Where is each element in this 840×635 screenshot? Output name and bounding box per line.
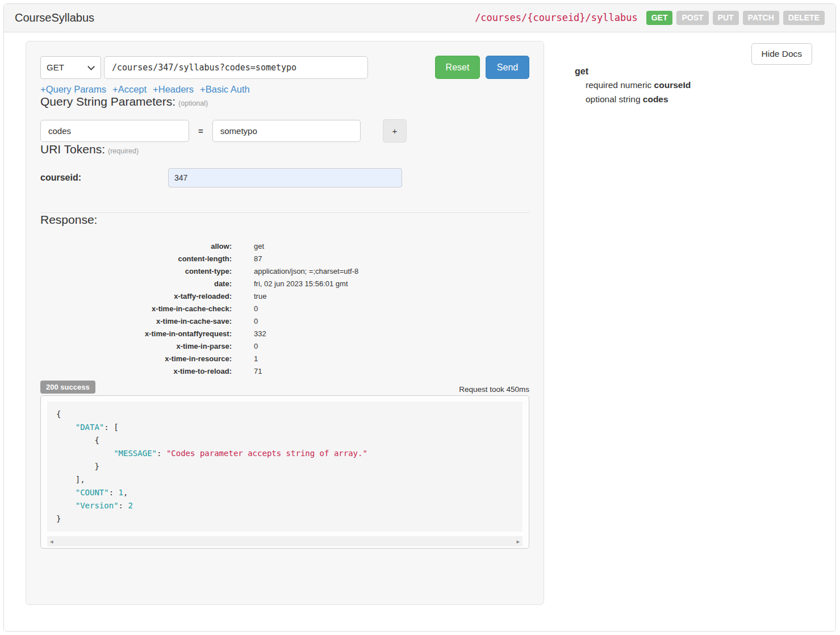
courseid-label: courseid: bbox=[40, 173, 168, 183]
response-header-value: 0 bbox=[254, 340, 258, 353]
json-line: { bbox=[56, 408, 513, 421]
docs-method: get bbox=[575, 65, 691, 78]
method-badge-post[interactable]: POST bbox=[676, 11, 708, 25]
response-header-value: application/json; =;charset=utf-8 bbox=[254, 265, 358, 278]
request-links: +Query Params+Accept+Headers+Basic Auth bbox=[40, 83, 529, 95]
send-button[interactable]: Send bbox=[486, 56, 529, 79]
route-label: /courses/{courseid}/syllabus bbox=[475, 12, 638, 23]
response-header-name: x-time-in-cache-check: bbox=[40, 303, 232, 315]
response-scrollbar[interactable]: ◂ ▸ bbox=[47, 536, 523, 546]
add-param-button[interactable]: + bbox=[383, 119, 407, 143]
status-badge: 200 success bbox=[40, 381, 95, 394]
query-value-input[interactable] bbox=[212, 120, 361, 142]
response-header-row: content-length:87 bbox=[40, 253, 529, 265]
response-header-value: 87 bbox=[254, 253, 262, 265]
method-select-wrap: GET bbox=[40, 56, 101, 79]
docs-param: optional string codes bbox=[586, 92, 691, 106]
response-box: { "DATA": [ { "MESSAGE": "Codes paramete… bbox=[40, 395, 529, 549]
response-header-value: 0 bbox=[254, 303, 258, 315]
link-query-params[interactable]: +Query Params bbox=[40, 83, 106, 95]
hide-docs-button[interactable]: Hide Docs bbox=[751, 43, 813, 65]
response-header-value: 332 bbox=[254, 328, 266, 340]
response-header-row: content-type:application/json; =;charset… bbox=[40, 265, 529, 278]
link-basic-auth[interactable]: +Basic Auth bbox=[200, 83, 250, 95]
response-header-row: x-time-in-resource:1 bbox=[40, 353, 529, 365]
scroll-left-icon[interactable]: ◂ bbox=[50, 538, 53, 545]
page-title: CourseSyllabus bbox=[15, 11, 94, 24]
content-area: GET Reset Send +Query Params+Accept+Head… bbox=[4, 32, 835, 631]
method-badges: GETPOSTPUTPATCHDELETE bbox=[646, 11, 825, 25]
query-params-heading: Query String Parameters:(optional) bbox=[40, 95, 529, 110]
docs-panel: get required numeric courseId optional s… bbox=[575, 65, 691, 106]
url-input[interactable] bbox=[104, 56, 368, 79]
response-header-name: allow: bbox=[40, 240, 232, 253]
response-header-value: 0 bbox=[254, 315, 258, 328]
json-line: "DATA": [ bbox=[56, 421, 513, 434]
courseid-input[interactable] bbox=[168, 168, 402, 187]
response-header-row: x-time-to-reload:71 bbox=[40, 365, 529, 378]
method-badge-put[interactable]: PUT bbox=[713, 11, 739, 25]
response-headers: allow:getcontent-length:87content-type:a… bbox=[40, 240, 529, 378]
scroll-right-icon[interactable]: ▸ bbox=[516, 538, 520, 545]
response-header-row: x-time-in-cache-check:0 bbox=[40, 303, 529, 315]
response-header-row: date:fri, 02 jun 2023 15:56:01 gmt bbox=[40, 278, 529, 290]
response-header-row: x-time-in-parse:0 bbox=[40, 340, 529, 353]
response-header-name: x-time-in-cache-save: bbox=[40, 315, 232, 328]
response-header-name: x-time-to-reload: bbox=[40, 365, 232, 378]
method-select[interactable]: GET bbox=[40, 56, 101, 79]
top-bar: CourseSyllabus /courses/{courseid}/sylla… bbox=[4, 4, 835, 32]
request-panel: GET Reset Send +Query Params+Accept+Head… bbox=[26, 41, 544, 605]
response-header-row: allow:get bbox=[40, 240, 529, 253]
json-line: { bbox=[56, 434, 513, 447]
response-header-value: get bbox=[254, 240, 264, 253]
response-header-name: content-type: bbox=[40, 265, 232, 278]
request-row: GET Reset Send bbox=[40, 56, 529, 79]
docs-param: required numeric courseId bbox=[586, 78, 691, 92]
top-bar-right: /courses/{courseid}/syllabus GETPOSTPUTP… bbox=[475, 11, 825, 25]
json-line: } bbox=[56, 460, 513, 473]
response-header-name: content-length: bbox=[40, 253, 232, 265]
response-header-name: x-time-in-resource: bbox=[40, 353, 232, 365]
uri-tokens-note: (required) bbox=[108, 147, 139, 155]
link-headers[interactable]: +Headers bbox=[153, 83, 194, 95]
json-line: ], bbox=[56, 473, 513, 486]
response-header-name: date: bbox=[40, 278, 232, 290]
response-heading: Response: bbox=[40, 213, 529, 227]
response-header-value: true bbox=[254, 290, 266, 303]
json-line: "Version": 2 bbox=[56, 499, 513, 512]
response-header-name: x-time-in-parse: bbox=[40, 340, 232, 353]
method-badge-patch[interactable]: PATCH bbox=[743, 11, 779, 25]
response-header-value: 1 bbox=[254, 353, 258, 365]
json-line: "MESSAGE": "Codes parameter accepts stri… bbox=[56, 447, 513, 460]
query-key-input[interactable] bbox=[40, 120, 189, 142]
page: CourseSyllabus /courses/{courseid}/sylla… bbox=[3, 3, 836, 632]
response-header-value: 71 bbox=[254, 365, 262, 378]
request-took-label: Request took 450ms bbox=[459, 385, 529, 394]
response-header-row: x-taffy-reloaded:true bbox=[40, 290, 529, 303]
response-header-value: fri, 02 jun 2023 15:56:01 gmt bbox=[254, 278, 348, 290]
response-body: { "DATA": [ { "MESSAGE": "Codes paramete… bbox=[47, 402, 523, 532]
uri-token-row: courseid: bbox=[40, 168, 529, 187]
query-param-row: = + bbox=[40, 119, 529, 143]
query-params-note: (optional) bbox=[178, 99, 208, 107]
response-header-name: x-time-in-ontaffyrequest: bbox=[40, 328, 232, 340]
equals-sign: = bbox=[198, 126, 203, 136]
json-line: } bbox=[56, 512, 513, 525]
link-accept[interactable]: +Accept bbox=[112, 83, 147, 95]
json-line: "COUNT": 1, bbox=[56, 486, 513, 499]
response-header-name: x-taffy-reloaded: bbox=[40, 290, 232, 303]
response-header-row: x-time-in-cache-save:0 bbox=[40, 315, 529, 328]
uri-tokens-heading: URI Tokens:(required) bbox=[40, 143, 529, 158]
reset-button[interactable]: Reset bbox=[435, 56, 480, 79]
response-header-row: x-time-in-ontaffyrequest:332 bbox=[40, 328, 529, 340]
method-badge-get[interactable]: GET bbox=[646, 11, 673, 25]
status-row: 200 success Request took 450ms bbox=[40, 381, 529, 394]
method-badge-delete[interactable]: DELETE bbox=[783, 11, 825, 25]
